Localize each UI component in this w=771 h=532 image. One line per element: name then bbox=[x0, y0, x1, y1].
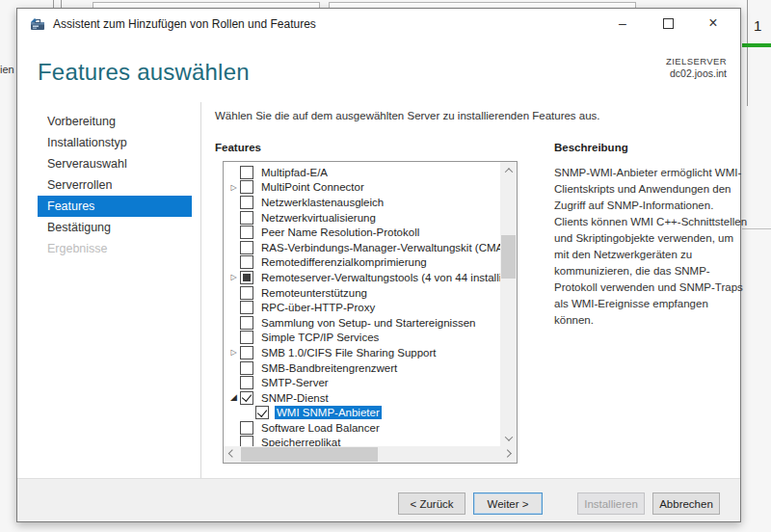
expander-collapsed-icon[interactable]: ▷ bbox=[227, 346, 240, 359]
target-server-name: dc02.joos.int bbox=[666, 67, 727, 80]
feature-checkbox[interactable] bbox=[240, 391, 253, 405]
feature-checkbox[interactable] bbox=[240, 196, 253, 209]
back-button[interactable]: < Zurück bbox=[398, 492, 465, 515]
feature-label[interactable]: RPC-über-HTTP-Proxy bbox=[259, 301, 377, 314]
horizontal-scroll-thumb[interactable] bbox=[241, 447, 378, 462]
feature-checkbox[interactable] bbox=[240, 361, 253, 375]
scroll-down-button[interactable] bbox=[500, 430, 517, 446]
feature-row[interactable]: WMI SNMP-Anbieter bbox=[224, 406, 500, 421]
maximize-icon bbox=[663, 18, 674, 29]
feature-row[interactable]: Sammlung von Setup- und Startereignissen bbox=[224, 315, 500, 331]
features-listbox: Multipfad-E/A▷MultiPoint ConnectorNetzwe… bbox=[223, 161, 518, 464]
feature-checkbox[interactable] bbox=[240, 301, 253, 314]
sidebar-item-installationstyp[interactable]: Installationstyp bbox=[38, 132, 192, 153]
target-server-label: ZIELSERVER bbox=[666, 55, 727, 67]
feature-row[interactable]: Netzwerkvirtualisierung bbox=[224, 210, 500, 226]
feature-checkbox[interactable] bbox=[240, 346, 253, 359]
title-bar: Assistent zum Hinzufügen von Rollen und … bbox=[17, 9, 740, 40]
feature-checkbox[interactable] bbox=[240, 331, 253, 344]
feature-label[interactable]: SNMP-Dienst bbox=[259, 391, 331, 405]
feature-row[interactable]: RPC-über-HTTP-Proxy bbox=[224, 300, 500, 315]
chevron-left-icon bbox=[227, 449, 235, 457]
sidebar-item-features[interactable]: Features bbox=[38, 196, 192, 217]
expander-expanded-icon[interactable]: ◢ bbox=[227, 391, 240, 404]
feature-row[interactable]: Netzwerklastenausgleich bbox=[224, 195, 500, 210]
feature-row[interactable]: Multipfad-E/A bbox=[224, 165, 500, 180]
feature-row[interactable]: ◢SNMP-Dienst bbox=[224, 390, 500, 406]
sidebar-item-serverauswahl[interactable]: Serverauswahl bbox=[38, 153, 192, 174]
scroll-left-button[interactable] bbox=[224, 446, 240, 463]
feature-row[interactable]: SMTP-Server bbox=[224, 375, 500, 390]
vertical-scroll-thumb[interactable] bbox=[501, 235, 516, 279]
chevron-up-icon bbox=[504, 168, 512, 175]
feature-row[interactable]: Speicherreplikat bbox=[224, 436, 500, 446]
feature-row[interactable]: Peer Name Resolution-Protokoll bbox=[224, 225, 500, 240]
scroll-up-button[interactable] bbox=[500, 162, 517, 178]
expander-collapsed-icon[interactable]: ▷ bbox=[227, 181, 240, 194]
feature-label[interactable]: Netzwerklastenausgleich bbox=[259, 196, 386, 209]
features-list-label: Features bbox=[215, 142, 261, 153]
feature-label[interactable]: SMB 1.0/CIFS File Sharing Support bbox=[259, 346, 439, 359]
feature-label[interactable]: Remoteunterstützung bbox=[259, 286, 369, 300]
sidebar-item-bestaetigung[interactable]: Bestätigung bbox=[38, 217, 192, 238]
window-title: Assistent zum Hinzufügen von Rollen und … bbox=[53, 17, 316, 31]
feature-label[interactable]: Remotedifferenzialkomprimierung bbox=[259, 255, 429, 269]
feature-label[interactable]: Sammlung von Setup- und Startereignissen bbox=[259, 316, 477, 330]
feature-label[interactable]: Peer Name Resolution-Protokoll bbox=[259, 226, 421, 239]
minimize-button[interactable]: – bbox=[603, 9, 642, 38]
feature-label[interactable]: MultiPoint Connector bbox=[259, 180, 366, 194]
feature-row[interactable]: Remoteunterstützung bbox=[224, 285, 500, 301]
feature-label[interactable]: Speicherreplikat bbox=[259, 436, 342, 446]
feature-checkbox[interactable] bbox=[240, 226, 253, 239]
feature-checkbox[interactable] bbox=[240, 180, 253, 194]
feature-label[interactable]: Remoteserver-Verwaltungstools (4 von 44 … bbox=[259, 271, 500, 284]
next-button[interactable]: Weiter > bbox=[473, 492, 543, 515]
background-line bbox=[53, 0, 54, 8]
feature-label[interactable]: WMI SNMP-Anbieter bbox=[275, 406, 382, 419]
sidebar-item-serverrollen[interactable]: Serverrollen bbox=[38, 174, 192, 196]
sidebar-item-ergebnisse: Ergebnisse bbox=[38, 238, 192, 259]
feature-checkbox[interactable] bbox=[240, 421, 253, 435]
install-button[interactable]: Installieren bbox=[577, 492, 645, 515]
feature-checkbox[interactable] bbox=[240, 376, 253, 389]
close-button[interactable]: × bbox=[694, 9, 732, 38]
feature-checkbox[interactable] bbox=[240, 271, 253, 284]
feature-checkbox[interactable] bbox=[255, 406, 269, 419]
feature-label[interactable]: SMB-Bandbreitengrenzwert bbox=[259, 361, 399, 375]
feature-checkbox[interactable] bbox=[240, 255, 253, 269]
feature-label[interactable]: Simple TCP/IP Services bbox=[259, 331, 381, 344]
scroll-right-button[interactable] bbox=[500, 446, 517, 463]
horizontal-scrollbar[interactable] bbox=[224, 446, 517, 463]
feature-checkbox[interactable] bbox=[240, 241, 253, 254]
vertical-scrollbar[interactable] bbox=[500, 162, 517, 446]
feature-label[interactable]: Netzwerkvirtualisierung bbox=[259, 211, 378, 225]
feature-row[interactable]: ▷SMB 1.0/CIFS File Sharing Support bbox=[224, 345, 500, 360]
feature-label[interactable]: RAS-Verbindungs-Manager-Verwaltungskit (… bbox=[259, 241, 500, 254]
cancel-button[interactable]: Abbrechen bbox=[652, 492, 720, 515]
feature-row[interactable]: Simple TCP/IP Services bbox=[224, 331, 500, 346]
content-divider bbox=[200, 102, 201, 480]
feature-row[interactable]: ▷Remoteserver-Verwaltungstools (4 von 44… bbox=[224, 270, 500, 285]
feature-row[interactable]: ▷MultiPoint Connector bbox=[224, 180, 500, 196]
feature-checkbox[interactable] bbox=[240, 436, 253, 446]
target-server-info: ZIELSERVER dc02.joos.int bbox=[666, 55, 727, 80]
maximize-button[interactable] bbox=[649, 9, 687, 38]
feature-checkbox[interactable] bbox=[240, 211, 253, 225]
background-text-fragment: ien bbox=[0, 64, 15, 75]
background-page-number: 1 bbox=[754, 17, 761, 34]
wizard-steps: VorbereitungInstallationstypServerauswah… bbox=[38, 111, 192, 259]
feature-row[interactable]: SMB-Bandbreitengrenzwert bbox=[224, 360, 500, 376]
feature-label[interactable]: Software Load Balancer bbox=[259, 421, 382, 435]
feature-checkbox[interactable] bbox=[240, 286, 253, 300]
sidebar-item-vorbereitung[interactable]: Vorbereitung bbox=[38, 111, 192, 132]
feature-row[interactable]: Software Load Balancer bbox=[224, 420, 500, 436]
expander-collapsed-icon[interactable]: ▷ bbox=[227, 271, 240, 283]
feature-row[interactable]: Remotedifferenzialkomprimierung bbox=[224, 255, 500, 271]
background-line bbox=[61, 0, 62, 8]
feature-row[interactable]: RAS-Verbindungs-Manager-Verwaltungskit (… bbox=[224, 240, 500, 255]
feature-checkbox[interactable] bbox=[240, 166, 253, 179]
feature-checkbox[interactable] bbox=[240, 316, 253, 330]
feature-label[interactable]: Multipfad-E/A bbox=[259, 166, 330, 179]
feature-label[interactable]: SMTP-Server bbox=[259, 376, 331, 389]
chevron-right-icon bbox=[503, 449, 511, 457]
